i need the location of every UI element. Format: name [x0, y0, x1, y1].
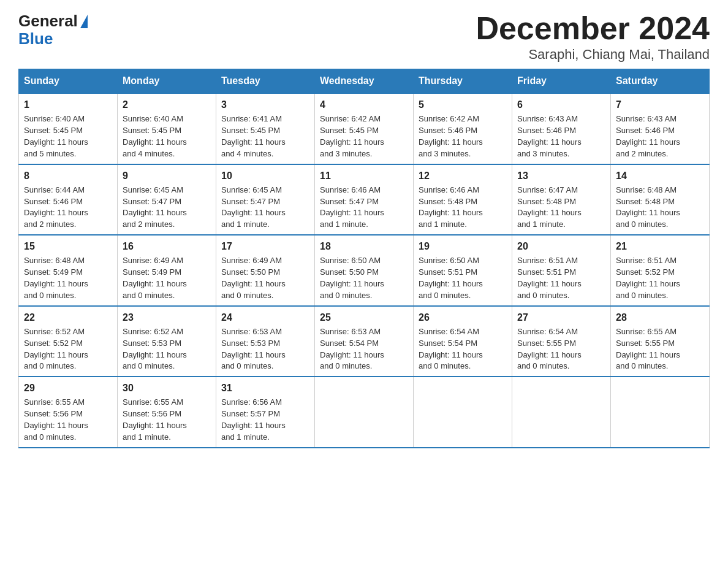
day-info: Sunrise: 6:54 AMSunset: 5:54 PMDaylight:…: [419, 326, 507, 372]
day-number: 8: [24, 169, 112, 183]
day-info: Sunrise: 6:49 AMSunset: 5:49 PMDaylight:…: [123, 255, 211, 301]
calendar-cell-5-7: [611, 377, 710, 448]
header-monday: Monday: [118, 69, 216, 94]
day-info: Sunrise: 6:40 AMSunset: 5:45 PMDaylight:…: [123, 113, 211, 159]
day-number: 6: [517, 98, 605, 112]
day-number: 4: [320, 98, 408, 112]
calendar-cell-2-6: 13Sunrise: 6:47 AMSunset: 5:48 PMDayligh…: [512, 164, 611, 236]
day-info: Sunrise: 6:42 AMSunset: 5:46 PMDaylight:…: [419, 113, 507, 159]
calendar-cell-3-2: 16Sunrise: 6:49 AMSunset: 5:49 PMDayligh…: [118, 235, 216, 306]
header-saturday: Saturday: [611, 69, 710, 94]
calendar-cell-1-6: 6Sunrise: 6:43 AMSunset: 5:46 PMDaylight…: [512, 93, 611, 164]
day-info: Sunrise: 6:52 AMSunset: 5:52 PMDaylight:…: [24, 326, 112, 372]
day-info: Sunrise: 6:55 AMSunset: 5:55 PMDaylight:…: [616, 326, 704, 372]
logo-text: General Blue: [18, 12, 78, 47]
calendar-cell-3-3: 17Sunrise: 6:49 AMSunset: 5:50 PMDayligh…: [216, 235, 315, 306]
day-number: 10: [221, 169, 309, 183]
day-number: 29: [24, 381, 112, 395]
location-title: Saraphi, Chiang Mai, Thailand: [476, 47, 710, 63]
day-number: 1: [24, 98, 112, 112]
day-info: Sunrise: 6:44 AMSunset: 5:46 PMDaylight:…: [24, 185, 112, 231]
calendar-cell-5-5: [414, 377, 512, 448]
day-number: 18: [320, 239, 408, 253]
calendar-cell-3-1: 15Sunrise: 6:48 AMSunset: 5:49 PMDayligh…: [19, 235, 118, 306]
calendar-week-3: 15Sunrise: 6:48 AMSunset: 5:49 PMDayligh…: [19, 235, 710, 306]
day-info: Sunrise: 6:49 AMSunset: 5:50 PMDaylight:…: [221, 255, 309, 301]
calendar-cell-2-3: 10Sunrise: 6:45 AMSunset: 5:47 PMDayligh…: [216, 164, 315, 236]
day-info: Sunrise: 6:51 AMSunset: 5:51 PMDaylight:…: [517, 255, 605, 301]
calendar-cell-1-2: 2Sunrise: 6:40 AMSunset: 5:45 PMDaylight…: [118, 93, 216, 164]
day-number: 19: [419, 239, 507, 253]
header-sunday: Sunday: [19, 69, 118, 94]
day-info: Sunrise: 6:46 AMSunset: 5:47 PMDaylight:…: [320, 185, 408, 231]
day-number: 26: [419, 310, 507, 324]
day-number: 21: [616, 239, 704, 253]
calendar-header: Sunday Monday Tuesday Wednesday Thursday…: [19, 69, 710, 94]
day-info: Sunrise: 6:43 AMSunset: 5:46 PMDaylight:…: [616, 113, 704, 159]
day-number: 13: [517, 169, 605, 183]
day-number: 31: [221, 381, 309, 395]
day-info: Sunrise: 6:46 AMSunset: 5:48 PMDaylight:…: [419, 185, 507, 231]
calendar-cell-5-3: 31Sunrise: 6:56 AMSunset: 5:57 PMDayligh…: [216, 377, 315, 448]
header-wednesday: Wednesday: [315, 69, 414, 94]
calendar-cell-2-1: 8Sunrise: 6:44 AMSunset: 5:46 PMDaylight…: [19, 164, 118, 236]
calendar-table: Sunday Monday Tuesday Wednesday Thursday…: [18, 69, 710, 448]
day-number: 24: [221, 310, 309, 324]
calendar-cell-1-5: 5Sunrise: 6:42 AMSunset: 5:46 PMDaylight…: [414, 93, 512, 164]
calendar-cell-1-4: 4Sunrise: 6:42 AMSunset: 5:45 PMDaylight…: [315, 93, 414, 164]
logo-triangle-icon: [80, 15, 88, 28]
day-number: 25: [320, 310, 408, 324]
calendar-cell-5-6: [512, 377, 611, 448]
day-info: Sunrise: 6:56 AMSunset: 5:57 PMDaylight:…: [221, 397, 309, 443]
calendar-cell-2-5: 12Sunrise: 6:46 AMSunset: 5:48 PMDayligh…: [414, 164, 512, 236]
calendar-cell-1-7: 7Sunrise: 6:43 AMSunset: 5:46 PMDaylight…: [611, 93, 710, 164]
day-info: Sunrise: 6:48 AMSunset: 5:49 PMDaylight:…: [24, 255, 112, 301]
calendar-cell-5-4: [315, 377, 414, 448]
logo: General Blue: [18, 12, 88, 47]
calendar-cell-3-6: 20Sunrise: 6:51 AMSunset: 5:51 PMDayligh…: [512, 235, 611, 306]
day-info: Sunrise: 6:55 AMSunset: 5:56 PMDaylight:…: [123, 397, 211, 443]
day-info: Sunrise: 6:40 AMSunset: 5:45 PMDaylight:…: [24, 113, 112, 159]
calendar-cell-4-6: 27Sunrise: 6:54 AMSunset: 5:55 PMDayligh…: [512, 306, 611, 377]
calendar-week-5: 29Sunrise: 6:55 AMSunset: 5:56 PMDayligh…: [19, 377, 710, 448]
day-number: 7: [616, 98, 704, 112]
day-info: Sunrise: 6:52 AMSunset: 5:53 PMDaylight:…: [123, 326, 211, 372]
day-info: Sunrise: 6:50 AMSunset: 5:51 PMDaylight:…: [419, 255, 507, 301]
calendar-cell-2-4: 11Sunrise: 6:46 AMSunset: 5:47 PMDayligh…: [315, 164, 414, 236]
day-info: Sunrise: 6:48 AMSunset: 5:48 PMDaylight:…: [616, 185, 704, 231]
day-info: Sunrise: 6:42 AMSunset: 5:45 PMDaylight:…: [320, 113, 408, 159]
day-number: 12: [419, 169, 507, 183]
calendar-week-2: 8Sunrise: 6:44 AMSunset: 5:46 PMDaylight…: [19, 164, 710, 236]
calendar-cell-4-2: 23Sunrise: 6:52 AMSunset: 5:53 PMDayligh…: [118, 306, 216, 377]
day-info: Sunrise: 6:50 AMSunset: 5:50 PMDaylight:…: [320, 255, 408, 301]
day-number: 5: [419, 98, 507, 112]
logo-blue-text: Blue: [18, 30, 78, 48]
calendar-cell-4-3: 24Sunrise: 6:53 AMSunset: 5:53 PMDayligh…: [216, 306, 315, 377]
day-number: 30: [123, 381, 211, 395]
day-number: 27: [517, 310, 605, 324]
calendar-body: 1Sunrise: 6:40 AMSunset: 5:45 PMDaylight…: [19, 93, 710, 448]
day-number: 17: [221, 239, 309, 253]
day-number: 23: [123, 310, 211, 324]
calendar-cell-4-4: 25Sunrise: 6:53 AMSunset: 5:54 PMDayligh…: [315, 306, 414, 377]
day-info: Sunrise: 6:54 AMSunset: 5:55 PMDaylight:…: [517, 326, 605, 372]
day-number: 9: [123, 169, 211, 183]
day-info: Sunrise: 6:43 AMSunset: 5:46 PMDaylight:…: [517, 113, 605, 159]
day-number: 11: [320, 169, 408, 183]
calendar-cell-3-7: 21Sunrise: 6:51 AMSunset: 5:52 PMDayligh…: [611, 235, 710, 306]
day-info: Sunrise: 6:53 AMSunset: 5:53 PMDaylight:…: [221, 326, 309, 372]
day-info: Sunrise: 6:51 AMSunset: 5:52 PMDaylight:…: [616, 255, 704, 301]
day-info: Sunrise: 6:55 AMSunset: 5:56 PMDaylight:…: [24, 397, 112, 443]
calendar-cell-5-1: 29Sunrise: 6:55 AMSunset: 5:56 PMDayligh…: [19, 377, 118, 448]
day-info: Sunrise: 6:47 AMSunset: 5:48 PMDaylight:…: [517, 185, 605, 231]
calendar-cell-3-4: 18Sunrise: 6:50 AMSunset: 5:50 PMDayligh…: [315, 235, 414, 306]
day-number: 28: [616, 310, 704, 324]
day-info: Sunrise: 6:41 AMSunset: 5:45 PMDaylight:…: [221, 113, 309, 159]
page-header: General Blue December 2024 Saraphi, Chia…: [18, 12, 710, 63]
day-number: 20: [517, 239, 605, 253]
calendar-cell-4-1: 22Sunrise: 6:52 AMSunset: 5:52 PMDayligh…: [19, 306, 118, 377]
day-info: Sunrise: 6:53 AMSunset: 5:54 PMDaylight:…: [320, 326, 408, 372]
calendar-cell-1-1: 1Sunrise: 6:40 AMSunset: 5:45 PMDaylight…: [19, 93, 118, 164]
day-number: 15: [24, 239, 112, 253]
calendar-cell-3-5: 19Sunrise: 6:50 AMSunset: 5:51 PMDayligh…: [414, 235, 512, 306]
